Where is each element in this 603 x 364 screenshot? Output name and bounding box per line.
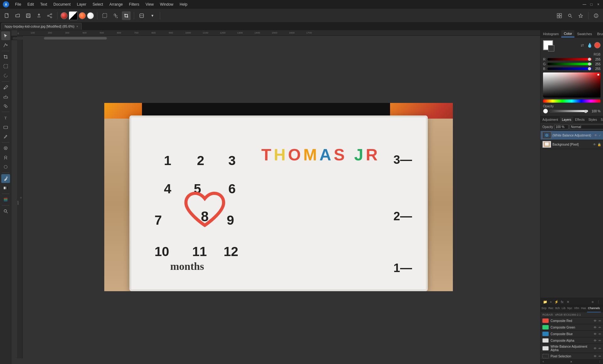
tab-close-button[interactable]: ×: [76, 25, 78, 28]
tab-adjustment[interactable]: Adjustment: [541, 116, 560, 123]
channel-alpha-edit[interactable]: ✏: [599, 339, 601, 342]
file-tab[interactable]: hppy-brpday-kid-colour.jpg [Modified] (8…: [1, 23, 82, 30]
channel-pixel-selection-edit[interactable]: ✏: [599, 355, 601, 358]
color-picker-1[interactable]: [61, 12, 68, 19]
blur-tool[interactable]: [1, 163, 10, 171]
opacity-thumb[interactable]: [584, 110, 587, 113]
ch-tab-rec[interactable]: Rec: [547, 306, 554, 312]
channel-green-visibility[interactable]: 👁: [594, 326, 597, 329]
color-hue-bar[interactable]: [543, 99, 600, 103]
lasso-tool[interactable]: [1, 71, 10, 80]
layers-add-adjustment-button[interactable]: ⚡: [554, 299, 559, 305]
opacity-slider[interactable]: [549, 110, 588, 112]
export-button[interactable]: [35, 11, 43, 20]
paint-brush-tool[interactable]: [1, 83, 10, 92]
node-tool[interactable]: [1, 41, 10, 50]
g-slider[interactable]: [547, 63, 592, 65]
tab-color[interactable]: Color: [561, 30, 574, 37]
clone-tool[interactable]: [1, 102, 10, 110]
ch-tab-xfm[interactable]: Xfm: [573, 306, 580, 312]
color-gradient-picker[interactable]: [543, 72, 600, 98]
tab-effects[interactable]: Effects: [573, 116, 586, 123]
gradient-tool[interactable]: [1, 184, 10, 192]
channels-menu-button[interactable]: ⋮: [598, 360, 601, 363]
selection-tool[interactable]: [1, 62, 10, 71]
menu-text[interactable]: Text: [38, 2, 50, 7]
window-minimize[interactable]: ─: [582, 2, 587, 7]
selection-mode-button[interactable]: [100, 11, 109, 20]
background-swatch[interactable]: [548, 45, 554, 51]
crop-tool[interactable]: [1, 52, 10, 61]
layers-add-effect-button[interactable]: fx: [559, 299, 565, 305]
channel-red-edit[interactable]: ✏: [599, 319, 601, 323]
layers-arrange-button[interactable]: ≡: [590, 299, 595, 305]
ch-tab-channels[interactable]: Channels: [587, 306, 601, 312]
channel-wb-alpha-edit[interactable]: ✏: [599, 347, 601, 350]
window-maximize[interactable]: □: [589, 2, 594, 7]
channel-green-edit[interactable]: ✏: [599, 326, 601, 329]
pen-tool[interactable]: [1, 132, 10, 141]
scroll-track[interactable]: [13, 37, 539, 40]
menu-document[interactable]: Document: [51, 2, 73, 7]
tab-histogram[interactable]: Histogram: [541, 30, 561, 37]
g-slider-thumb[interactable]: [588, 62, 591, 66]
navigator-button[interactable]: [576, 11, 585, 20]
save-button[interactable]: [24, 11, 33, 20]
ch-tab-has[interactable]: Has: [580, 306, 587, 312]
dodge-tool[interactable]: [1, 153, 10, 162]
channels-tool[interactable]: [1, 195, 10, 204]
layer-visibility-background[interactable]: 👁: [593, 143, 596, 146]
color-mode-bw[interactable]: [69, 11, 78, 20]
layers-add-pixel-button[interactable]: +: [548, 299, 554, 305]
layer-item-background[interactable]: Background [Pixel] 👁 🔒: [541, 140, 603, 149]
tab-layers[interactable]: Layers: [560, 116, 573, 123]
menu-help[interactable]: Help: [177, 2, 190, 7]
layer-visibility-adjustment[interactable]: 👁: [594, 134, 597, 137]
ch-tab-snp[interactable]: Snp: [541, 306, 547, 312]
color-picker-white[interactable]: [87, 12, 94, 19]
menu-filters[interactable]: Filters: [127, 2, 142, 7]
open-document-button[interactable]: [13, 11, 22, 20]
more-button[interactable]: ▾: [148, 11, 157, 20]
b-slider-thumb[interactable]: [588, 67, 591, 70]
text-tool[interactable]: T: [1, 113, 10, 122]
scroll-thumb[interactable]: [44, 37, 107, 40]
channel-alpha-visibility[interactable]: 👁: [594, 339, 597, 342]
layers-blend-mode-input[interactable]: [570, 125, 603, 129]
channels-add-button[interactable]: +: [542, 360, 544, 363]
shape-tool[interactable]: [1, 123, 10, 131]
zoom-tool[interactable]: [1, 207, 10, 216]
crop-button[interactable]: [122, 11, 131, 20]
share-button[interactable]: [45, 11, 54, 20]
channel-item-red[interactable]: Composite Red 👁 ✏: [541, 318, 603, 324]
color-picker-tool[interactable]: [1, 174, 10, 183]
zoom-button[interactable]: [566, 11, 574, 20]
menu-file[interactable]: File: [13, 2, 24, 7]
mask-button[interactable]: [137, 11, 146, 20]
layers-add-group-button[interactable]: 📁: [542, 299, 548, 305]
new-document-button[interactable]: [3, 11, 11, 20]
red-swatch[interactable]: [594, 42, 600, 48]
menu-layer[interactable]: Layer: [74, 2, 89, 7]
menu-select[interactable]: Select: [90, 2, 106, 7]
r-slider-thumb[interactable]: [588, 58, 591, 61]
ch-tab-lib[interactable]: Lib: [561, 306, 567, 312]
healing-tool[interactable]: [1, 144, 10, 153]
layers-opacity-input[interactable]: [554, 125, 568, 129]
info-button[interactable]: [592, 11, 600, 20]
channel-pixel-selection-visibility[interactable]: 👁: [594, 355, 597, 358]
channel-red-visibility[interactable]: 👁: [594, 319, 597, 323]
channel-item-alpha[interactable]: Composite Alpha 👁 ✏: [541, 337, 603, 344]
layer-lock-background[interactable]: 🔒: [597, 143, 601, 146]
channel-wb-alpha-visibility[interactable]: 👁: [594, 347, 597, 350]
tab-swatches[interactable]: Swatches: [574, 30, 595, 37]
channel-item-green[interactable]: Composite Green 👁 ✏: [541, 324, 603, 331]
menu-edit[interactable]: Edit: [25, 2, 36, 7]
channel-blue-visibility[interactable]: 👁: [594, 332, 597, 336]
menu-view[interactable]: View: [143, 2, 156, 7]
layers-delete-button[interactable]: ✕: [565, 299, 571, 305]
window-close[interactable]: ×: [596, 2, 600, 7]
eraser-tool[interactable]: [1, 92, 10, 101]
pointer-tool[interactable]: [1, 31, 10, 40]
b-slider[interactable]: [547, 67, 592, 70]
